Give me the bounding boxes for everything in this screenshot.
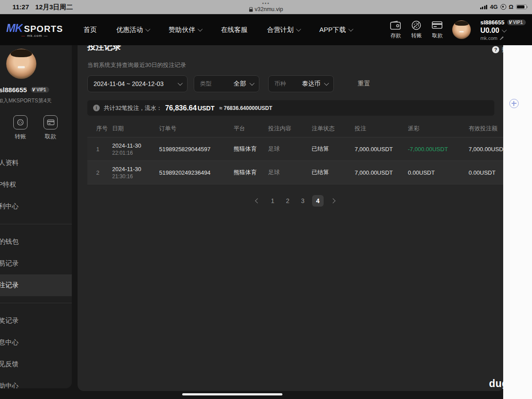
cell-status: 已结算 (312, 145, 355, 153)
cell-valid: 0.00USDT (469, 169, 504, 176)
chevron-down-icon (145, 27, 150, 31)
nav-item[interactable]: APP下载 (319, 26, 352, 34)
chevron-right-icon (330, 198, 335, 203)
battery-icon (516, 4, 527, 9)
sidebar-item[interactable]: 交易记录 (0, 253, 72, 274)
sidebar-item[interactable]: 我的钱包 (0, 231, 72, 253)
sidebar-item[interactable]: 消息中心 (0, 332, 72, 353)
currency-select[interactable]: 币种 泰达币 (268, 75, 334, 92)
vip-v-icon: V (32, 87, 35, 92)
column-header: 日期 (112, 125, 159, 133)
page-button-2[interactable]: 2 (282, 195, 293, 207)
bet-rules-link[interactable]: ? 投注规则 (492, 46, 504, 54)
username: sl886655 (480, 19, 504, 26)
vip-badge: V VIP1 (507, 20, 526, 25)
url-text: v32nmu.vip (255, 6, 283, 12)
ios-status-bar: 11:27 12月3日周二 ••• v32nmu.vip 4G Ω (0, 0, 532, 14)
sidebar-item[interactable]: VIP特权 (0, 174, 72, 196)
circled-plus-icon[interactable] (509, 99, 519, 108)
sidebar-divider (0, 303, 72, 303)
wallet-icon (390, 20, 401, 30)
main-nav: 首页 优惠活动 赞助伙伴 在线客服 合营计划 APP下载 (83, 26, 352, 34)
sidebar-item[interactable]: 个人资料 (0, 152, 72, 174)
column-header: 投注 (355, 125, 408, 133)
site-logo[interactable]: MK SPORTS —mk.com— (6, 22, 63, 38)
deposit-button[interactable]: 存款 (390, 20, 401, 39)
headphones-icon: Ω (509, 4, 513, 10)
status-icons: 4G Ω (480, 4, 527, 10)
table-row: 2 2024-11-3021:30:16 5198920249236494 熊猫… (87, 161, 504, 184)
sidebar: sl886655 V VIP1 加入MKSPORTS第4天 转账 取款 个人资料… (0, 45, 72, 388)
page-numbers: 1234 (267, 195, 324, 207)
column-header: 平台 (234, 125, 268, 133)
nav-item[interactable]: 在线客服 (221, 26, 247, 34)
avatar[interactable] (452, 20, 471, 39)
coin-icon (13, 115, 27, 129)
withdraw-button[interactable]: 取款 (431, 20, 443, 39)
column-header: 订单号 (159, 125, 234, 133)
chevron-down-icon (502, 27, 507, 32)
balance-dropdown[interactable]: U0.00 (480, 27, 526, 35)
sidebar-item[interactable]: 福利中心 (0, 196, 72, 217)
cell-date: 2024-11-3022:01:16 (112, 142, 159, 156)
cell-platform: 熊猫体育 (234, 145, 268, 153)
nav-item[interactable]: 优惠活动 (116, 26, 149, 34)
page-title: 投注记录 (87, 45, 494, 53)
help-icon: ? (492, 46, 499, 53)
table-row: 1 2024-11-3022:01:16 5198925829044597 熊猫… (87, 137, 504, 161)
signal-icon (480, 5, 488, 9)
chevron-down-icon (324, 81, 329, 86)
home-indicator[interactable] (182, 393, 282, 395)
column-header: 投注内容 (268, 125, 312, 133)
query-hint-text: 当前系统支持查询最近30日的投注记录 (87, 61, 494, 69)
chevron-down-icon (250, 81, 254, 86)
edit-flag-icon (499, 36, 504, 40)
cell-bet: 7,000.00USDT (355, 146, 408, 153)
tab-overview-dots[interactable]: ••• (262, 0, 270, 6)
sidebar-username: sl886655 (0, 86, 27, 94)
pagination: 1234 (92, 195, 499, 207)
cell-payout: 0.00USDT (408, 169, 469, 176)
column-header: 序号 (87, 125, 112, 133)
sidebar-item[interactable]: 意见反馈 (0, 353, 72, 375)
bank-card-icon (431, 20, 443, 30)
logo-domain: mk.com (27, 34, 42, 38)
transfer-button[interactable]: 转账 (411, 20, 422, 39)
reset-button[interactable]: 重置 (358, 80, 370, 88)
nav-item[interactable]: 赞助伙伴 (168, 26, 201, 34)
column-header: 派彩 (408, 125, 469, 133)
page-button-1[interactable]: 1 (267, 195, 278, 207)
address-bar[interactable]: v32nmu.vip (249, 6, 283, 12)
sidebar-divider (0, 224, 72, 224)
page-button-3[interactable]: 3 (297, 195, 309, 207)
next-page-button[interactable] (327, 195, 339, 207)
nav-item[interactable]: 首页 (83, 26, 97, 34)
chevron-down-icon (198, 27, 203, 31)
column-header: 有效投注额 (469, 125, 504, 133)
turnover-amount: 76,836.64 (165, 104, 196, 112)
column-header: 注单状态 (312, 125, 355, 133)
cell-content: 足球 (268, 168, 312, 176)
type-select[interactable]: 类型 全部 (194, 75, 259, 92)
date-range-select[interactable]: 2024-11-04 ~ 2024-12-03 (87, 75, 188, 92)
sidebar-item[interactable]: 中奖记录 (0, 310, 72, 332)
sidebar-item[interactable]: 帮助中心 (0, 375, 72, 388)
page-button-4[interactable]: 4 (312, 195, 324, 207)
sidebar-transfer-button[interactable]: 转账 (13, 115, 27, 141)
summary-bar: i 共计32笔投注，流水： 76,836.64 USDT ≈ 76836.640… (87, 100, 494, 116)
balance-value: U0.00 (480, 27, 499, 35)
sidebar-withdraw-button[interactable]: 取款 (43, 115, 58, 141)
logo-dash2: — (44, 34, 48, 38)
prev-page-button[interactable] (252, 195, 263, 207)
bet-records-panel: 投注记录 ? 投注规则 当前系统支持查询最近30日的投注记录 2024-11-0… (78, 45, 504, 391)
info-icon: i (93, 105, 100, 111)
cell-order: 5198920249236494 (159, 169, 234, 176)
site-tag: mk.com (480, 35, 526, 41)
logo-mk: MK (6, 22, 23, 35)
sidebar-item[interactable]: 投注记录 (0, 274, 72, 296)
filter-bar: 2024-11-04 ~ 2024-12-03 类型 全部 币种 泰达币 重置 (87, 75, 494, 92)
logo-dash: — (21, 34, 25, 38)
network-label: 4G (490, 4, 497, 10)
chevron-left-icon (255, 198, 260, 203)
nav-item[interactable]: 合营计划 (267, 26, 300, 34)
